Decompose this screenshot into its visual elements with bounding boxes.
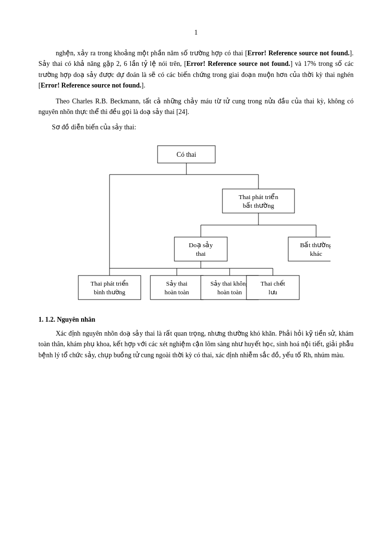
section-heading: 1. 1.2. Nguyên nhân [38,316,354,324]
svg-text:thai: thai [196,250,206,257]
error-ref-2: Error! Reference source not found. [186,60,290,67]
svg-text:Thai chết: Thai chết [261,280,285,287]
svg-rect-17 [288,237,331,261]
svg-text:Thai phát triển: Thai phát triển [91,280,129,287]
svg-rect-13 [174,237,227,261]
svg-text:Doạ sảy: Doạ sảy [189,241,213,249]
svg-rect-36 [246,276,299,300]
svg-text:hoàn toàn: hoàn toàn [218,289,242,296]
svg-text:khác: khác [310,250,322,257]
page: 1 nghện, xảy ra trong khoảng một phần nă… [0,0,392,540]
section-paragraph: Xác định nguyên nhõn doạ sảy thai là rất… [38,328,354,361]
svg-text:Bất thường: Bất thường [300,241,331,249]
svg-text:Sảy thai: Sảy thai [166,280,188,287]
diagram: Có thai Thai phát triển bất thường [38,141,354,304]
svg-text:bất thường: bất thường [243,202,274,209]
paragraph-1: nghện, xảy ra trong khoảng một phần năm … [38,48,354,91]
svg-rect-24 [78,276,141,300]
svg-text:Thai phát triển: Thai phát triển [239,193,279,201]
error-ref-3: Error! Reference source not found. [41,82,142,89]
svg-text:Có thai: Có thai [177,151,196,158]
svg-rect-28 [150,276,203,300]
svg-rect-7 [222,189,294,213]
paragraph-3: Sơ đồ diễn biến của sảy thai: [38,122,354,133]
svg-text:bình thường: bình thường [94,289,125,296]
tree-diagram: Có thai Thai phát triển bất thường [61,141,331,304]
svg-text:hoàn toàn: hoàn toàn [165,289,189,296]
paragraph-2: Theo Charles R.B. Beckmann, tất cả những… [38,96,354,118]
svg-text:Sảy thai không: Sảy thai không [210,280,249,287]
svg-text:lưu: lưu [269,289,278,296]
error-ref-1: Error! Reference source not found. [247,50,350,57]
page-number: 1 [38,29,354,37]
